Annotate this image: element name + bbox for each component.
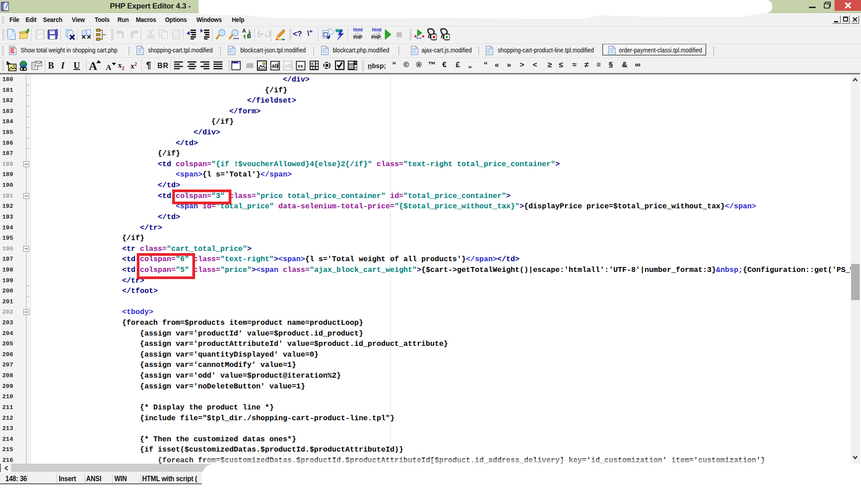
svg-text:cd: cd — [311, 64, 314, 66]
svg-text:xx: xx — [298, 63, 304, 69]
svg-text:PHP: PHP — [3, 4, 5, 10]
svg-text:ab: ab — [285, 63, 291, 69]
svg-text:ab: ab — [272, 63, 278, 69]
